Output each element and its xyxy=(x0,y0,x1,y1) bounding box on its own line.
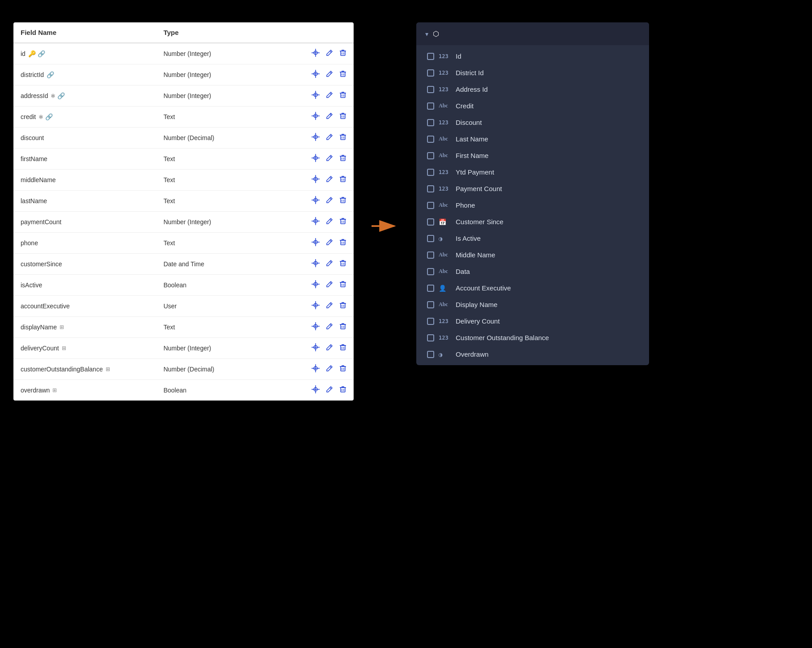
item-checkbox[interactable] xyxy=(427,351,434,358)
expand-icon[interactable] xyxy=(312,217,320,227)
edit-icon[interactable] xyxy=(326,239,333,247)
delete-icon[interactable] xyxy=(339,154,346,163)
edit-icon[interactable] xyxy=(326,344,333,353)
list-item[interactable]: AbcFirst Name xyxy=(416,147,649,164)
item-checkbox[interactable] xyxy=(427,102,434,110)
expand-icon[interactable] xyxy=(312,301,320,311)
delete-icon[interactable] xyxy=(339,49,346,58)
item-checkbox[interactable] xyxy=(427,235,434,242)
item-checkbox[interactable] xyxy=(427,318,434,325)
field-actions-cell xyxy=(265,380,354,401)
item-checkbox[interactable] xyxy=(427,202,434,209)
list-item[interactable]: 123Customer Outstanding Balance xyxy=(416,329,649,346)
expand-icon[interactable] xyxy=(312,91,320,101)
delete-icon[interactable] xyxy=(339,70,346,79)
edit-icon[interactable] xyxy=(326,386,333,395)
edit-icon[interactable] xyxy=(326,175,333,184)
edit-icon[interactable] xyxy=(326,281,333,290)
expand-icon[interactable] xyxy=(312,238,320,248)
list-item[interactable]: AbcMiddle Name xyxy=(416,247,649,263)
delete-icon[interactable] xyxy=(339,323,346,332)
item-checkbox[interactable] xyxy=(427,86,434,93)
list-item[interactable]: 123Id xyxy=(416,48,649,64)
list-item[interactable]: AbcData xyxy=(416,263,649,280)
list-item[interactable]: 📅Customer Since xyxy=(416,213,649,230)
item-checkbox[interactable] xyxy=(427,252,434,259)
item-checkbox[interactable] xyxy=(427,268,434,275)
expand-icon[interactable] xyxy=(312,364,320,374)
list-item[interactable]: AbcCredit xyxy=(416,98,649,114)
delete-icon[interactable] xyxy=(339,196,346,205)
computed-icon: ⊞ xyxy=(60,324,64,330)
item-checkbox[interactable] xyxy=(427,301,434,308)
expand-icon[interactable] xyxy=(312,196,320,206)
dataset-header[interactable]: ▾ ⬡ xyxy=(416,22,649,45)
delete-icon[interactable] xyxy=(339,112,346,121)
item-checkbox[interactable] xyxy=(427,334,434,341)
edit-icon[interactable] xyxy=(326,133,333,142)
list-item[interactable]: 123Ytd Payment xyxy=(416,164,649,180)
item-label: First Name xyxy=(456,152,488,159)
delete-icon[interactable] xyxy=(339,91,346,100)
expand-icon[interactable] xyxy=(312,112,320,122)
expand-icon[interactable] xyxy=(312,49,320,59)
edit-icon[interactable] xyxy=(326,323,333,332)
list-item[interactable]: 123Payment Count xyxy=(416,180,649,197)
list-item[interactable]: AbcPhone xyxy=(416,197,649,213)
delete-icon[interactable] xyxy=(339,302,346,311)
delete-icon[interactable] xyxy=(339,344,346,353)
item-checkbox[interactable] xyxy=(427,218,434,226)
expand-icon[interactable] xyxy=(312,322,320,332)
expand-icon[interactable] xyxy=(312,259,320,269)
edit-icon[interactable] xyxy=(326,112,333,121)
expand-icon[interactable] xyxy=(312,280,320,290)
delete-icon[interactable] xyxy=(339,260,346,269)
field-actions-cell xyxy=(265,43,354,64)
list-item[interactable]: 👤Account Executive xyxy=(416,280,649,296)
type-icon: Abc xyxy=(439,252,451,258)
edit-icon[interactable] xyxy=(326,49,333,58)
edit-icon[interactable] xyxy=(326,196,333,205)
edit-icon[interactable] xyxy=(326,302,333,311)
list-item[interactable]: 123District Id xyxy=(416,64,649,81)
item-checkbox[interactable] xyxy=(427,152,434,159)
item-checkbox[interactable] xyxy=(427,53,434,60)
delete-icon[interactable] xyxy=(339,217,346,226)
delete-icon[interactable] xyxy=(339,281,346,290)
list-item[interactable]: ◑Is Active xyxy=(416,230,649,247)
expand-icon[interactable] xyxy=(312,343,320,353)
expand-icon[interactable] xyxy=(312,133,320,143)
table-row: districtId🔗Number (Integer) xyxy=(13,64,354,85)
delete-icon[interactable] xyxy=(339,239,346,247)
expand-icon[interactable] xyxy=(312,154,320,164)
list-item[interactable]: ◑Overdrawn xyxy=(416,346,649,362)
field-name-text: phone xyxy=(21,239,38,247)
edit-icon[interactable] xyxy=(326,260,333,269)
item-checkbox[interactable] xyxy=(427,69,434,77)
delete-icon[interactable] xyxy=(339,386,346,395)
item-checkbox[interactable] xyxy=(427,169,434,176)
type-icon: 123 xyxy=(439,86,451,93)
item-checkbox[interactable] xyxy=(427,119,434,126)
item-checkbox[interactable] xyxy=(427,185,434,192)
table-row: discountNumber (Decimal) xyxy=(13,128,354,149)
delete-icon[interactable] xyxy=(339,365,346,374)
field-name-text: id xyxy=(21,50,26,57)
list-item[interactable]: 123Delivery Count xyxy=(416,313,649,329)
list-item[interactable]: AbcDisplay Name xyxy=(416,296,649,313)
edit-icon[interactable] xyxy=(326,91,333,100)
item-checkbox[interactable] xyxy=(427,136,434,143)
edit-icon[interactable] xyxy=(326,365,333,374)
delete-icon[interactable] xyxy=(339,175,346,184)
item-checkbox[interactable] xyxy=(427,285,434,292)
list-item[interactable]: 123Address Id xyxy=(416,81,649,98)
edit-icon[interactable] xyxy=(326,70,333,79)
list-item[interactable]: 123Discount xyxy=(416,114,649,131)
delete-icon[interactable] xyxy=(339,133,346,142)
list-item[interactable]: AbcLast Name xyxy=(416,131,649,147)
edit-icon[interactable] xyxy=(326,217,333,226)
expand-icon[interactable] xyxy=(312,385,320,395)
expand-icon[interactable] xyxy=(312,70,320,80)
edit-icon[interactable] xyxy=(326,154,333,163)
expand-icon[interactable] xyxy=(312,175,320,185)
